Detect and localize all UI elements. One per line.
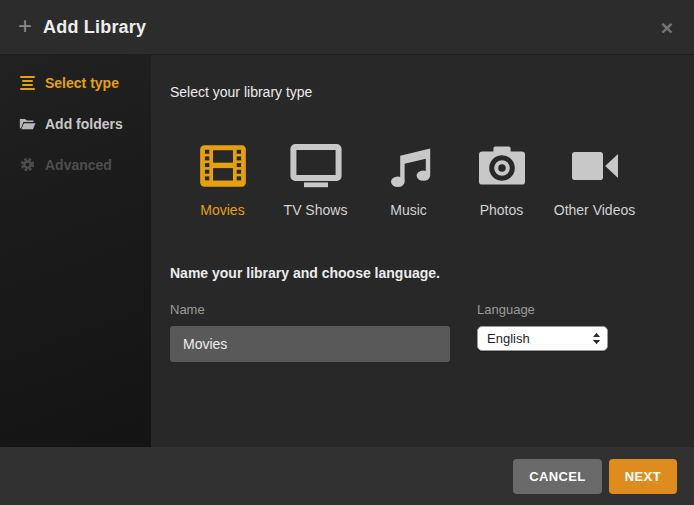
sidebar-item-label: Select type <box>45 75 119 91</box>
sidebar-item-label: Advanced <box>45 157 112 173</box>
camera-icon <box>477 138 527 194</box>
language-field-label: Language <box>477 302 608 317</box>
library-type-label: Photos <box>480 202 524 218</box>
close-icon[interactable]: × <box>654 14 680 40</box>
library-type-movies[interactable]: Movies <box>176 138 269 218</box>
language-select[interactable]: English <box>477 326 608 351</box>
dialog-main-panel: Select your library type <box>151 55 694 447</box>
add-library-dialog: + Add Library × Select type Add folders <box>0 0 694 505</box>
list-icon <box>18 76 36 90</box>
library-name-input[interactable] <box>170 326 450 362</box>
library-type-label: TV Shows <box>284 202 348 218</box>
gear-icon <box>18 157 36 172</box>
sidebar-item-label: Add folders <box>45 116 123 132</box>
library-type-label: Music <box>390 202 427 218</box>
next-button[interactable]: NEXT <box>609 459 677 494</box>
library-type-music[interactable]: Music <box>362 138 455 218</box>
dialog-header: + Add Library × <box>0 0 694 55</box>
wizard-steps-sidebar: Select type Add folders <box>0 55 151 447</box>
sidebar-item-add-folders[interactable]: Add folders <box>0 103 151 144</box>
library-type-label: Other Videos <box>554 202 635 218</box>
video-camera-icon <box>570 138 620 194</box>
updown-arrows-icon <box>592 332 601 345</box>
music-note-icon <box>386 138 432 194</box>
library-type-photos[interactable]: Photos <box>455 138 548 218</box>
dialog-footer: CANCEL NEXT <box>0 447 694 505</box>
cancel-button[interactable]: CANCEL <box>513 459 602 494</box>
folder-icon <box>18 117 36 131</box>
library-type-chooser: Movies TV Shows <box>176 138 674 218</box>
language-selected-value: English <box>487 331 530 346</box>
dialog-title: Add Library <box>43 17 146 38</box>
sidebar-item-select-type[interactable]: Select type <box>0 62 151 103</box>
library-type-label: Movies <box>200 202 244 218</box>
tv-icon <box>289 138 343 194</box>
select-type-heading: Select your library type <box>170 84 674 100</box>
name-field-label: Name <box>170 302 450 317</box>
library-type-tv-shows[interactable]: TV Shows <box>269 138 362 218</box>
sidebar-item-advanced: Advanced <box>0 144 151 185</box>
name-language-heading: Name your library and choose language. <box>170 265 674 281</box>
film-icon <box>196 138 250 194</box>
plus-icon: + <box>18 14 32 38</box>
library-type-other-videos[interactable]: Other Videos <box>548 138 641 218</box>
